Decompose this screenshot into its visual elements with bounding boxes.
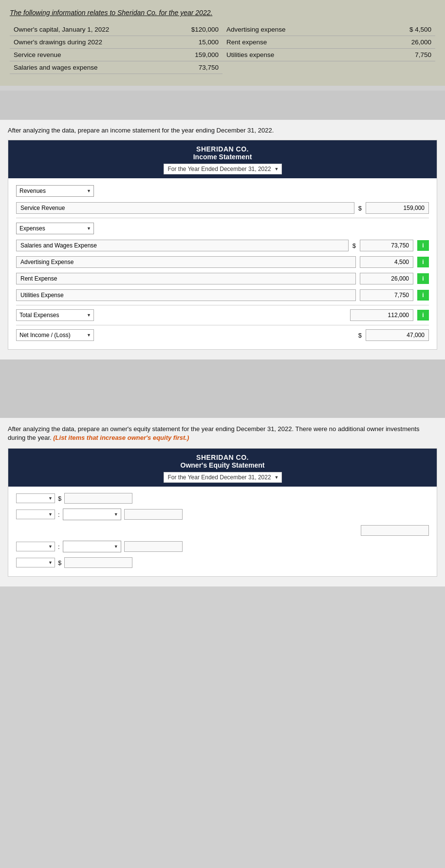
total-expenses-select-wrapper[interactable]: Total Expenses [16,309,94,321]
equity-statement-container: SHERIDAN CO. Owner's Equity Statement Fo… [8,448,437,577]
expenses-select-wrapper[interactable]: Expenses [16,223,94,234]
salaries-amount-input[interactable] [360,240,413,251]
utilities-info-button[interactable]: i [417,290,429,301]
utilities-expense-input[interactable] [16,289,356,301]
expenses-select[interactable]: Expenses [16,223,94,234]
advertising-expense-input[interactable] [16,256,356,268]
salaries-expense-row: $ i [14,237,431,254]
eq-dollar-5: $ [58,559,61,566]
advertising-info-button[interactable]: i [417,257,429,267]
service-revenue-row: $ [14,200,431,216]
equity-period-row[interactable]: For the Year Ended December 31, 2022 [8,472,437,483]
statement-type: Income Statement [8,153,437,161]
gap-2 [0,359,445,418]
equity-company-name: SHERIDAN CO. [8,453,437,461]
income-prompt: After analyzing the data, prepare an inc… [8,127,437,134]
equity-row-5: $ [14,555,431,570]
total-expenses-amount-input[interactable] [350,309,413,321]
data-grid: Owner's capital, January 1, 2022 $120,00… [10,23,435,74]
rent-value: 26,000 [392,38,431,46]
eq-select-wrapper-5[interactable] [16,558,55,567]
total-expenses-select[interactable]: Total Expenses [16,309,94,321]
service-revenue-dollar-sign: $ [358,205,362,212]
equity-body: $ : [8,487,437,576]
eq-select-4a[interactable] [16,542,55,551]
net-income-row: Net Income / (Loss) $ [14,327,431,343]
net-income-select[interactable]: Net Income / (Loss) [16,329,94,341]
rent-amount-input[interactable] [360,273,413,284]
eq-select-wrapper-2a[interactable] [16,509,55,519]
total-expenses-info-button[interactable]: i [417,310,429,321]
data-row: Rent expense 26,000 [222,36,435,49]
equity-period-select[interactable]: For the Year Ended December 31, 2022 [164,472,282,483]
advertising-amount-input[interactable] [360,256,413,268]
service-revenue-input[interactable] [16,202,354,214]
data-row: Owner's capital, January 1, 2022 $120,00… [10,23,222,36]
period-row[interactable]: For the Year Ended December 31, 2022 [8,164,437,174]
eq-select-2a[interactable] [16,509,55,519]
data-row: Owner's drawings during 2022 15,000 [10,36,222,49]
utilities-expense-row: i [14,287,431,303]
period-select[interactable]: For the Year Ended December 31, 2022 [164,164,282,174]
left-column: Owner's capital, January 1, 2022 $120,00… [10,23,222,74]
equity-row-4: : [14,538,431,555]
eq-amount-3[interactable] [361,525,429,536]
salaries-info-button[interactable]: i [417,240,429,251]
equity-row-1: $ [14,491,431,506]
salaries-value: 73,750 [180,64,219,71]
equity-row-2: : [14,506,431,523]
equity-statement-header: SHERIDAN CO. Owner's Equity Statement Fo… [8,449,437,487]
revenues-section-row[interactable]: Revenues [14,182,431,200]
eq-select-wrapper-1[interactable] [16,493,55,503]
income-section: After analyzing the data, prepare an inc… [0,120,445,359]
data-row: Advertising expense $ 4,500 [222,23,435,36]
data-row: Service revenue 159,000 [10,49,222,61]
eq-select-2b[interactable] [63,509,121,520]
eq-select-wrapper-2b[interactable] [63,509,121,520]
eq-amount-5[interactable] [64,557,132,568]
rent-expense-input[interactable] [16,273,356,284]
salaries-label: Salaries and wages expense [14,64,180,71]
eq-amount-2[interactable] [124,509,183,520]
divider-2 [16,305,429,305]
data-section: The following information relates to She… [0,0,445,86]
rent-label: Rent expense [226,38,392,46]
total-expenses-row: Total Expenses i [14,307,431,323]
rent-info-button[interactable]: i [417,273,429,284]
divider [16,218,429,218]
salaries-expense-input[interactable] [16,240,349,251]
divider-3 [16,325,429,325]
equity-period-select-wrapper[interactable]: For the Year Ended December 31, 2022 [164,472,282,483]
equity-prompt: After analyzing the data, prepare an own… [8,425,437,442]
revenues-select[interactable]: Revenues [16,185,94,197]
statement-header: SHERIDAN CO. Income Statement For the Ye… [8,140,437,178]
period-select-wrapper[interactable]: For the Year Ended December 31, 2022 [164,164,282,174]
eq-select-1[interactable] [16,493,55,503]
utilities-amount-input[interactable] [360,289,413,301]
salaries-dollar-sign: $ [352,242,356,249]
income-statement-container: SHERIDAN CO. Income Statement For the Ye… [8,140,437,350]
owners-drawings-value: 15,000 [180,38,219,46]
net-income-select-wrapper[interactable]: Net Income / (Loss) [16,329,94,341]
eq-amount-1[interactable] [64,493,132,504]
data-row: Salaries and wages expense 73,750 [10,61,222,74]
service-revenue-value: 159,000 [180,51,219,58]
service-revenue-amount-input[interactable] [366,202,429,214]
eq-dollar-1: $ [58,495,61,502]
gap-1 [0,91,445,120]
net-income-amount-input[interactable] [366,329,429,341]
eq-amount-4[interactable] [124,541,183,552]
revenues-select-wrapper[interactable]: Revenues [16,185,94,197]
net-income-dollar-sign: $ [358,332,362,339]
expenses-section-row[interactable]: Expenses [14,220,431,237]
owners-capital-label: Owner's capital, January 1, 2022 [14,26,180,33]
equity-section: After analyzing the data, prepare an own… [0,418,445,586]
utilities-label: Utilities expense [226,51,392,58]
advertising-value: $ 4,500 [392,26,431,33]
equity-row-3 [14,523,431,538]
eq-select-wrapper-4a[interactable] [16,542,55,551]
eq-select-wrapper-4b[interactable] [63,541,121,552]
eq-select-5[interactable] [16,558,55,567]
equity-prompt-highlight: (List items that increase owner's equity… [53,434,189,441]
eq-select-4b[interactable] [63,541,121,552]
